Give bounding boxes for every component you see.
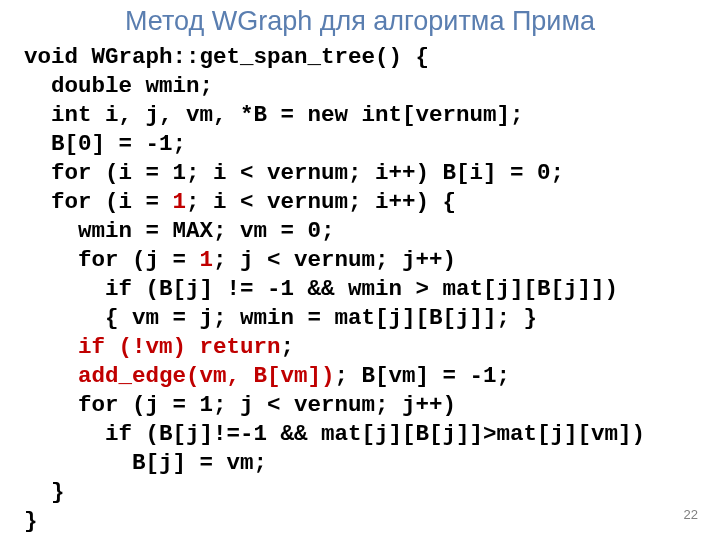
code-line: if (B[j] != -1 && wmin > mat[j][B[j]]) (24, 276, 618, 302)
page-number: 22 (684, 507, 698, 522)
highlight: if (!vm) return (24, 334, 281, 360)
highlight: 1 (173, 189, 187, 215)
code-line: for (i = 1; i < vernum; i++) { (24, 189, 456, 215)
code-line: for (i = 1; i < vernum; i++) B[i] = 0; (24, 160, 564, 186)
code-line: B[0] = -1; (24, 131, 186, 157)
code-line: if (B[j]!=-1 && mat[j][B[j]]>mat[j][vm]) (24, 421, 645, 447)
code-line: } (24, 508, 38, 534)
code-line: { vm = j; wmin = mat[j][B[j]]; } (24, 305, 537, 331)
code-line: if (!vm) return; (24, 334, 294, 360)
code-line: B[j] = vm; (24, 450, 267, 476)
highlight: add_edge(vm, B[vm]) (24, 363, 335, 389)
code-line: } (24, 479, 65, 505)
code-line: wmin = MAX; vm = 0; (24, 218, 335, 244)
code-line: for (j = 1; j < vernum; j++) (24, 247, 456, 273)
code-line: for (j = 1; j < vernum; j++) (24, 392, 456, 418)
highlight: 1 (200, 247, 214, 273)
code-line: double wmin; (24, 73, 213, 99)
code-block: void WGraph::get_span_tree() { double wm… (24, 43, 696, 536)
code-line: void WGraph::get_span_tree() { (24, 44, 429, 70)
code-line: int i, j, vm, *B = new int[vernum]; (24, 102, 524, 128)
code-line: add_edge(vm, B[vm]); B[vm] = -1; (24, 363, 510, 389)
slide-title: Метод WGraph для алгоритма Прима (24, 6, 696, 37)
